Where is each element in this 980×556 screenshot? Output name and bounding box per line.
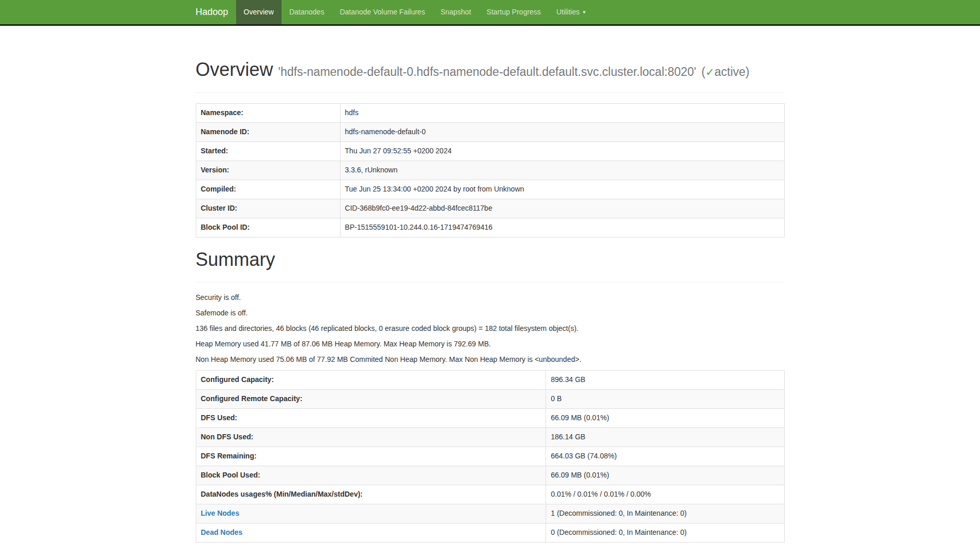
navbar-link-label: Snapshot: [441, 7, 471, 18]
info-row-label: Version:: [196, 161, 340, 180]
summary-heading: Summary: [196, 248, 785, 272]
info-row-value: Thu Jun 27 09:52:55 +0200 2024: [340, 141, 784, 161]
table-row: DataNodes usages% (Min/Median/Max/stdDev…: [196, 485, 784, 504]
table-row: Namespace: hdfs: [196, 103, 784, 122]
summary-line: 136 files and directories, 46 blocks (46…: [196, 324, 785, 334]
table-row: Block Pool Used: 66.09 MB (0.01%): [196, 466, 784, 485]
info-row-label: Compiled:: [196, 180, 340, 199]
top-navbar: Hadoop Overview Datanodes: [0, 0, 980, 26]
summary-row-value: 896.34 GB: [546, 371, 784, 390]
summary-line: Security is off.: [196, 293, 785, 303]
table-row: Cluster ID: CID-368b9fc0-ee19-4d22-abbd-…: [196, 199, 784, 218]
table-row: Configured Capacity: 896.34 GB: [196, 371, 784, 390]
summary-row-value: 66.09 MB (0.01%): [546, 409, 784, 428]
status-active-label: active): [714, 65, 750, 78]
summary-row-label: DataNodes usages% (Min/Median/Max/stdDev…: [196, 485, 546, 504]
summary-row-label: Dead Nodes: [196, 523, 546, 543]
table-row: DFS Remaining: 664.03 GB (74.08%): [196, 447, 784, 466]
navbar-link-label: Utilities: [556, 7, 580, 18]
summary-row-value: 0 B: [546, 390, 784, 409]
navbar-link-label: Startup Progress: [487, 7, 541, 18]
table-row: DFS Used: 66.09 MB (0.01%): [196, 409, 784, 428]
navbar-menu: Overview Datanodes Datanode Volume Failu…: [236, 0, 594, 24]
table-row: Non DFS Used: 186.14 GB: [196, 428, 784, 447]
info-row-value: hdfs-namenode-default-0: [340, 122, 784, 141]
info-row-label: Cluster ID:: [196, 199, 340, 218]
navbar-link[interactable]: Snapshot: [433, 0, 479, 24]
navbar-link[interactable]: Utilities ▾: [549, 0, 594, 24]
info-row-value: hdfs: [340, 103, 784, 122]
active-check-icon: ✓: [705, 66, 714, 78]
info-row-value: 3.3.6, rUnknown: [340, 161, 784, 180]
summary-row-label: Non DFS Used:: [196, 428, 546, 447]
page-title: Overview: [196, 59, 273, 80]
summary-paragraphs: Security is off. Safemode is off. 136 fi…: [196, 293, 785, 365]
summary-row-label: Configured Capacity:: [196, 371, 546, 390]
summary-row-label: Configured Remote Capacity:: [196, 390, 546, 409]
hadoop-brand[interactable]: Hadoop: [196, 0, 236, 24]
info-row-label: Started:: [196, 141, 340, 161]
info-row-label: Namespace:: [196, 103, 340, 122]
table-row: Block Pool ID: BP-1515559101-10.244.0.16…: [196, 218, 784, 237]
summary-row-label: Block Pool Used:: [196, 466, 546, 485]
summary-row-value: 186.14 GB: [546, 428, 784, 447]
summary-row-label: DFS Remaining:: [196, 447, 546, 466]
summary-divider: [196, 282, 785, 282]
navbar-item: Snapshot: [433, 0, 479, 24]
info-row-label: Namenode ID:: [196, 122, 340, 141]
table-row: Started: Thu Jun 27 09:52:55 +0200 2024: [196, 141, 784, 161]
table-row: Dead Nodes 0 (Decommissioned: 0, In Main…: [196, 523, 784, 543]
summary-row-value: 66.09 MB (0.01%): [546, 466, 784, 485]
navbar-item: Datanodes: [282, 0, 332, 24]
namenode-status: (✓active): [702, 65, 750, 78]
navbar-item: Datanode Volume Failures: [332, 0, 433, 24]
navbar-item: Overview: [236, 0, 282, 24]
navbar-link[interactable]: Overview: [236, 0, 282, 24]
table-row: Live Nodes 1 (Decommissioned: 0, In Main…: [196, 504, 784, 523]
page-title-block: Overview 'hdfs-namenode-default-0.hdfs-n…: [196, 58, 785, 82]
summary-line: Safemode is off.: [196, 308, 785, 319]
info-row-value: Tue Jun 25 13:34:00 +0200 2024 by root f…: [340, 180, 784, 199]
navbar-link[interactable]: Startup Progress: [479, 0, 549, 24]
summary-line: Heap Memory used 41.77 MB of 87.06 MB He…: [196, 339, 785, 350]
namenode-info-table: Namespace: hdfs Namenode ID: hdfs-nameno…: [196, 103, 785, 237]
table-row: Namenode ID: hdfs-namenode-default-0: [196, 122, 784, 141]
navbar-link-label: Datanode Volume Failures: [340, 7, 425, 18]
summary-row-value: 664.03 GB (74.08%): [546, 447, 784, 466]
info-row-label: Block Pool ID:: [196, 218, 340, 237]
navbar-link[interactable]: Datanodes: [282, 0, 332, 24]
navbar-item: Startup Progress: [479, 0, 549, 24]
main-content: Overview 'hdfs-namenode-default-0.hdfs-n…: [188, 26, 792, 543]
namenode-address: 'hdfs-namenode-default-0.hdfs-namenode-d…: [278, 65, 696, 78]
table-row: Compiled: Tue Jun 25 13:34:00 +0200 2024…: [196, 180, 784, 199]
summary-row-value: 0.01% / 0.01% / 0.01% / 0.00%: [546, 485, 784, 504]
cluster-summary-table: Configured Capacity: 896.34 GB Configure…: [196, 370, 785, 543]
summary-row-label: DFS Used:: [196, 409, 546, 428]
summary-row-value: 1 (Decommissioned: 0, In Maintenance: 0): [546, 504, 784, 523]
navbar-link-label: Datanodes: [289, 7, 324, 18]
table-row: Configured Remote Capacity: 0 B: [196, 390, 784, 409]
summary-line: Non Heap Memory used 75.06 MB of 77.92 M…: [196, 355, 785, 365]
summary-row-label: Live Nodes: [196, 504, 546, 523]
caret-down-icon: ▾: [583, 9, 586, 15]
summary-row-value: 0 (Decommissioned: 0, In Maintenance: 0): [546, 523, 784, 543]
table-row: Version: 3.3.6, rUnknown: [196, 161, 784, 180]
info-row-value: BP-1515559101-10.244.0.16-1719474769416: [340, 218, 784, 237]
navbar-item: Utilities ▾: [549, 0, 594, 24]
info-row-value: CID-368b9fc0-ee19-4d22-abbd-84fcec8117be: [340, 199, 784, 218]
navbar-link-label: Overview: [244, 7, 274, 18]
navbar-link[interactable]: Datanode Volume Failures: [332, 0, 433, 24]
title-divider: [196, 92, 785, 93]
